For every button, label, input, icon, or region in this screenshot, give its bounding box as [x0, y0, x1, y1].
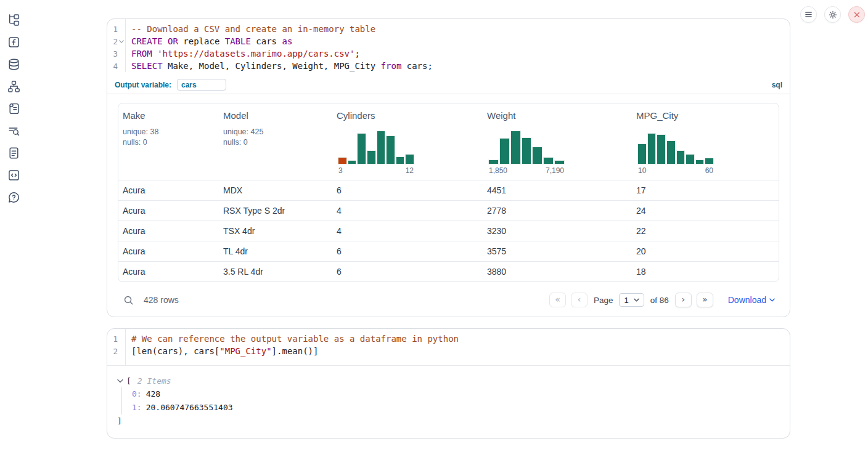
column-header-weight[interactable]: Weight1,8507,190	[483, 103, 632, 180]
document-icon	[7, 147, 20, 160]
close-button[interactable]	[848, 6, 865, 23]
download-button[interactable]: Download	[728, 295, 775, 305]
sql-code-editor[interactable]: 1234 -- Download a CSV and create an in-…	[107, 19, 790, 72]
download-label: Download	[728, 295, 766, 305]
sidebar-item-scroll[interactable]	[7, 102, 20, 115]
pagination: « ‹ Page 1 of 86 › » Download	[549, 293, 775, 307]
histogram-bar	[705, 158, 714, 164]
code-line[interactable]: FROM 'https://datasets.marimo.app/cars.c…	[131, 47, 433, 60]
column-name: Weight	[487, 110, 627, 121]
collapse-icon[interactable]	[117, 379, 125, 383]
row-count: 428 rows	[144, 295, 179, 305]
histogram-axis-labels: 1,8507,190	[488, 166, 565, 175]
table-row[interactable]: AcuraRSX Type S 2dr4277824	[118, 200, 779, 220]
menu-button[interactable]	[800, 6, 817, 23]
stat-line: nulls: 0	[123, 137, 214, 148]
last-page-button[interactable]: »	[697, 293, 713, 307]
topbar-controls	[800, 6, 865, 23]
table-footer-left: 428 rows	[123, 295, 179, 305]
gear-icon	[828, 10, 838, 20]
table-cell: 22	[632, 226, 779, 236]
histogram-bar	[666, 140, 676, 164]
stat-line: unique: 38	[123, 127, 214, 137]
code-line[interactable]: [len(cars), cars["MPG_City"].mean()]	[131, 345, 459, 357]
table-row[interactable]: AcuraTL 4dr6357520	[118, 241, 779, 261]
column-header-mpg_city[interactable]: MPG_City1060	[632, 103, 779, 180]
histogram-weight[interactable]	[488, 131, 565, 164]
histogram-axis-labels: 312	[338, 166, 414, 175]
code-token: 'https://datasets.marimo.app/cars.csv'	[157, 49, 354, 59]
table-cell: 3230	[483, 226, 632, 236]
next-page-button[interactable]: ›	[675, 293, 692, 307]
histogram-bar	[522, 137, 532, 164]
table-cell: Acura	[118, 206, 219, 216]
code-line[interactable]: -- Download a CSV and create an in-memor…	[131, 23, 433, 35]
code-token: CREATE	[131, 36, 163, 46]
code-token: FROM	[131, 49, 152, 59]
output-variable-group: Output variable:	[115, 79, 226, 91]
code-token: OR	[168, 36, 178, 46]
code-token: cars	[251, 36, 282, 46]
sidebar-item-document[interactable]	[7, 147, 20, 160]
python-code-editor[interactable]: 12 # We can reference the output variabl…	[107, 329, 790, 366]
sidebar-item-function[interactable]	[7, 36, 20, 49]
histogram-bar	[348, 160, 357, 164]
spacer	[636, 121, 774, 131]
search-icon[interactable]	[123, 295, 134, 305]
sidebar-item-database[interactable]	[7, 58, 20, 71]
stat-line: unique: 425	[223, 127, 327, 137]
column-header-make[interactable]: Makeunique: 38nulls: 0	[118, 103, 219, 180]
histogram-bar	[499, 138, 510, 164]
table-cell: 3.5 RL 4dr	[219, 267, 332, 277]
gutter-line: 1	[107, 333, 125, 345]
histogram-bar	[554, 160, 565, 164]
fold-spacer	[118, 26, 125, 32]
code-line[interactable]: CREATE OR replace TABLE cars as	[131, 35, 433, 47]
first-page-button[interactable]: «	[549, 293, 566, 307]
tree-items: 0:4281:20.060747663551403	[121, 387, 780, 415]
sql-cell: 1234 -- Download a CSV and create an in-…	[107, 18, 790, 317]
language-badge: sql	[772, 81, 782, 89]
fold-chevron-icon[interactable]	[118, 38, 125, 44]
histogram-bar	[386, 136, 395, 164]
histogram-mpg_city[interactable]	[637, 131, 714, 164]
output-tree: [ 2 Items 0:4281:20.060747663551403 ]	[107, 366, 790, 436]
table-cell: 4	[332, 206, 483, 216]
table-cell: 3575	[483, 246, 632, 256]
code-line[interactable]: # We can reference the output variable a…	[131, 333, 459, 345]
function-icon	[7, 36, 20, 49]
code-token: [len(cars), cars[	[131, 346, 219, 356]
page-select[interactable]: 1	[619, 293, 644, 307]
code-token: Make, Model, Cylinders, Weight, MPG_City	[163, 61, 381, 71]
column-header-model[interactable]: Modelunique: 425nulls: 0	[219, 103, 332, 180]
table-cell: 6	[332, 185, 483, 195]
output-variable-input[interactable]	[177, 79, 226, 91]
table-row[interactable]: AcuraMDX6445117	[118, 180, 779, 200]
code-line[interactable]: SELECT Make, Model, Cylinders, Weight, M…	[131, 60, 433, 72]
histogram-cylinders[interactable]	[338, 131, 414, 164]
fold-spacer	[118, 348, 125, 354]
sidebar-item-help[interactable]	[7, 191, 20, 204]
line-number-gutter: 1234	[107, 19, 126, 72]
table-row[interactable]: AcuraTSX 4dr4323022	[118, 220, 779, 241]
fold-spacer	[118, 336, 125, 342]
histogram-bar	[543, 157, 554, 164]
line-number: 1	[113, 334, 118, 344]
chevron-down-icon	[634, 298, 639, 302]
column-header-cylinders[interactable]: Cylinders312	[332, 103, 483, 180]
sidebar-item-list-search[interactable]	[7, 124, 20, 137]
settings-button[interactable]	[824, 6, 841, 23]
table-row[interactable]: Acura3.5 RL 4dr6388018	[118, 261, 779, 281]
list-search-icon	[7, 124, 20, 137]
prev-page-button[interactable]: ‹	[571, 293, 588, 307]
code-token: ;	[354, 49, 359, 59]
code-token: as	[282, 36, 292, 46]
close-icon	[853, 10, 861, 19]
histogram-bar	[647, 133, 657, 164]
table-body: AcuraMDX6445117AcuraRSX Type S 2dr427782…	[118, 180, 779, 281]
sidebar-item-dependency-graph[interactable]	[7, 80, 20, 93]
sidebar-item-code-snippet[interactable]	[7, 169, 20, 182]
sidebar-item-file-tree[interactable]	[7, 14, 20, 26]
table-cell: MDX	[219, 185, 332, 195]
tree-item: 1:20.060747663551403	[132, 401, 780, 415]
